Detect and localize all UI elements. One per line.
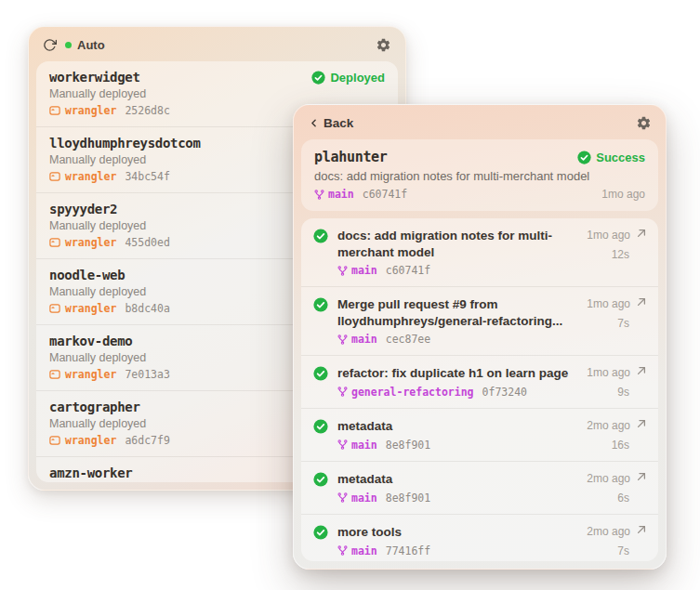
source-label: wrangler <box>65 302 116 315</box>
build-duration: 7s <box>617 544 629 557</box>
git-branch-icon <box>337 439 348 450</box>
check-circle-icon <box>313 229 328 243</box>
external-link-icon[interactable] <box>636 296 647 308</box>
back-label: Back <box>324 116 353 130</box>
gear-icon <box>376 37 391 53</box>
status-badge: Success <box>577 151 645 164</box>
commit-title: metadata <box>337 418 577 435</box>
success-check <box>313 471 328 505</box>
settings-button[interactable] <box>636 115 652 131</box>
check-circle-icon <box>577 151 591 164</box>
build-duration: 7s <box>617 317 629 330</box>
branch-name: main <box>351 439 377 452</box>
git-branch-icon <box>337 266 348 276</box>
branch-name: main <box>328 188 354 201</box>
commit-row[interactable]: docs: add migration notes for multi-merc… <box>301 218 658 286</box>
success-check <box>313 365 328 399</box>
project-detail-panel: Back plahunter Success docs: add migrati… <box>293 104 667 570</box>
auto-status-dot <box>65 42 72 48</box>
project-name: plahunter <box>314 149 388 165</box>
refresh-icon <box>43 38 57 52</box>
wrangler-icon <box>49 369 60 380</box>
worker-name: noodle-web <box>49 268 125 282</box>
latest-commit-message: docs: add migration notes for multi-merc… <box>314 169 645 183</box>
commit-time: 2mo ago <box>587 471 630 485</box>
commit-meta: main c60741f <box>337 264 577 277</box>
build-duration: 12s <box>612 248 629 261</box>
commit-hash: 77416ff <box>386 544 430 557</box>
branch-name: main <box>351 544 377 557</box>
status-label: Success <box>596 151 645 164</box>
project-summary: plahunter Success docs: add migration no… <box>301 139 658 211</box>
settings-button[interactable] <box>376 37 391 53</box>
worker-name: lloydhumphreysdotcom <box>49 136 201 151</box>
check-circle-icon <box>313 525 328 540</box>
branch-tag: main <box>337 333 377 346</box>
worker-name: markov-demo <box>49 334 132 348</box>
wrangler-tag: wrangler <box>49 302 116 315</box>
project-meta: main c60741f 1mo ago <box>314 188 645 201</box>
source-label: wrangler <box>65 104 116 117</box>
commit-hash: b8dc40a <box>125 302 169 315</box>
commit-row[interactable]: more tools main 77416ff 2mo ago <box>301 514 658 561</box>
commit-meta: main 8e8f901 <box>337 439 577 452</box>
build-duration: 6s <box>617 492 629 505</box>
commit-title: more tools <box>337 524 577 541</box>
back-button[interactable]: Back <box>308 116 353 130</box>
success-check <box>313 296 328 346</box>
check-circle-icon <box>313 419 328 434</box>
source-label: wrangler <box>65 236 116 249</box>
wrangler-icon <box>49 303 60 314</box>
external-link-icon[interactable] <box>636 418 647 429</box>
commit-row[interactable]: metadata main 8e8f901 2mo ago <box>301 461 658 514</box>
commit-row[interactable]: metadata main 8e8f901 2mo ago <box>301 408 658 461</box>
auto-label: Auto <box>77 38 105 52</box>
commit-row[interactable]: refactor: fix duplicate h1 on learn page… <box>301 355 658 408</box>
source-label: wrangler <box>65 434 116 447</box>
commit-hash: 8e8f901 <box>386 439 430 452</box>
refresh-button[interactable] <box>43 38 57 52</box>
external-link-icon[interactable] <box>636 524 647 535</box>
commits-list: docs: add migration notes for multi-merc… <box>301 218 658 561</box>
commit-meta: general-refactoring 0f73240 <box>337 386 577 399</box>
git-branch-icon <box>314 190 324 200</box>
wrangler-tag: wrangler <box>49 434 116 447</box>
branch-tag: main <box>337 264 377 277</box>
branch-name: main <box>351 333 377 346</box>
commit-row[interactable]: Merge pull request #9 from lloydhumphrey… <box>301 286 658 355</box>
branch-tag: main <box>337 492 377 505</box>
commit-time: 1mo ago <box>587 296 630 310</box>
worker-name: workerwidget <box>49 70 140 85</box>
gear-icon <box>636 115 652 131</box>
success-check <box>313 524 328 557</box>
commit-meta: main 77416ff <box>337 544 577 557</box>
wrangler-icon <box>49 171 60 182</box>
worker-name: amzn-worker <box>49 465 132 480</box>
commit-time: 1mo ago <box>587 365 630 379</box>
success-check <box>313 228 328 277</box>
check-circle-icon <box>311 71 325 85</box>
external-link-icon[interactable] <box>636 228 647 239</box>
worker-name: spyyyder2 <box>49 202 117 216</box>
git-branch-icon <box>337 387 348 397</box>
wrangler-tag: wrangler <box>49 368 116 381</box>
source-label: wrangler <box>65 170 116 183</box>
commit-time: 2mo ago <box>587 418 630 432</box>
external-link-icon[interactable] <box>636 471 647 482</box>
deploy-method: Manually deployed <box>49 87 385 100</box>
git-branch-icon <box>337 334 348 345</box>
wrangler-tag: wrangler <box>49 236 116 249</box>
success-check <box>313 418 328 452</box>
commit-hash: 455d0ed <box>125 236 169 249</box>
commit-time: 1mo ago <box>587 228 630 242</box>
commit-hash: 7e013a3 <box>125 368 169 381</box>
check-circle-icon <box>313 472 328 487</box>
check-circle-icon <box>313 366 328 381</box>
source-label: wrangler <box>65 368 116 381</box>
branch-tag: main <box>337 439 377 452</box>
worker-name: cartographer <box>49 400 140 414</box>
auto-refresh-toggle[interactable]: Auto <box>65 38 105 52</box>
external-link-icon[interactable] <box>636 365 647 376</box>
branch-tag: main <box>337 544 377 557</box>
wrangler-tag: wrangler <box>49 170 116 183</box>
